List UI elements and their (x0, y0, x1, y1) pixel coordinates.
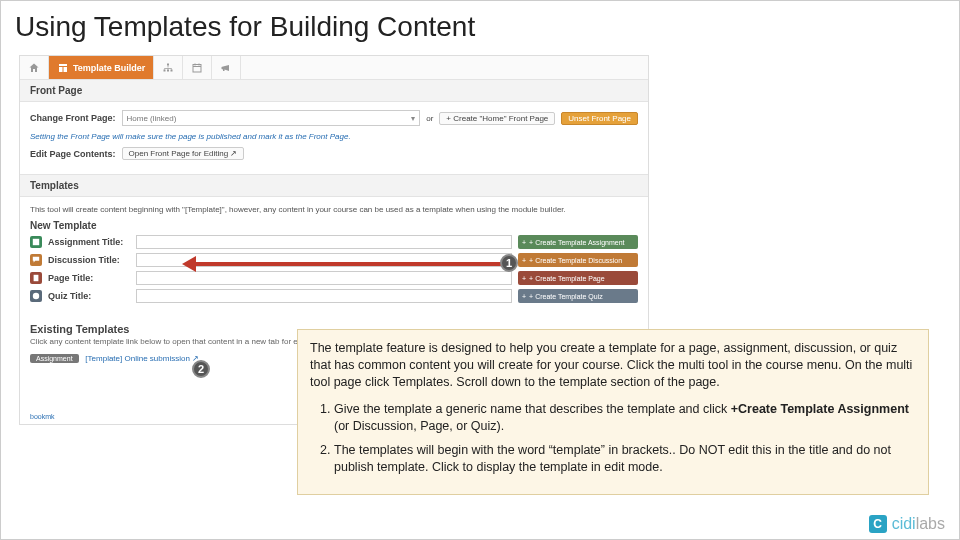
create-template-quiz-button[interactable]: ++ Create Template Quiz (518, 289, 638, 303)
nav-calendar[interactable] (183, 56, 212, 79)
callout-step-1-bold: +Create Template Assignment (731, 402, 909, 416)
create-template-discussion-label: + Create Template Discussion (529, 257, 622, 264)
slide-title: Using Templates for Building Content (1, 1, 959, 49)
nav-sitemap[interactable] (154, 56, 183, 79)
nav-active-label: Template Builder (73, 63, 145, 73)
nav-announce[interactable] (212, 56, 241, 79)
change-front-page-label: Change Front Page: (30, 113, 116, 123)
chevron-down-icon: ▾ (411, 114, 415, 123)
create-template-page-label: + Create Template Page (529, 275, 605, 282)
callout-paragraph: The template feature is designed to help… (310, 340, 916, 391)
home-icon (28, 62, 40, 74)
front-page-note: Setting the Front Page will make sure th… (30, 132, 638, 141)
nav-home[interactable] (20, 56, 49, 79)
page-title-input[interactable] (136, 271, 512, 285)
template-icon (57, 62, 69, 74)
svg-rect-1 (59, 67, 63, 72)
svg-rect-3 (167, 63, 169, 65)
create-template-discussion-button[interactable]: ++ Create Template Discussion (518, 253, 638, 267)
svg-rect-0 (59, 64, 67, 66)
page-title-label: Page Title: (48, 273, 130, 283)
cidilabs-logo: C cidilabs (869, 515, 945, 533)
create-home-button[interactable]: + Create "Home" Front Page (439, 112, 555, 125)
bookmark-link[interactable]: bookmk (30, 413, 55, 420)
template-row-assignment: Assignment Title: ++ Create Template Ass… (30, 235, 638, 249)
svg-rect-2 (64, 67, 68, 72)
assignment-title-input[interactable] (136, 235, 512, 249)
assignment-title-label: Assignment Title: (48, 237, 130, 247)
front-page-panel: Change Front Page: Home (linked) ▾ or + … (20, 102, 648, 175)
discussion-title-label: Discussion Title: (48, 255, 130, 265)
slide: Using Templates for Building Content Tem… (0, 0, 960, 540)
svg-rect-6 (171, 69, 173, 71)
create-template-page-button[interactable]: ++ Create Template Page (518, 271, 638, 285)
templates-panel: This tool will create content beginning … (20, 197, 648, 315)
existing-template-link[interactable]: [Template] Online submission ↗ (85, 354, 199, 363)
megaphone-icon (220, 62, 232, 74)
create-template-quiz-label: + Create Template Quiz (529, 293, 603, 300)
template-row-page: Page Title: ++ Create Template Page (30, 271, 638, 285)
assignment-icon (30, 236, 42, 248)
assignment-pill: Assignment (30, 354, 79, 363)
template-row-discussion: Discussion Title: ++ Create Template Dis… (30, 253, 638, 267)
discussion-title-input[interactable] (136, 253, 512, 267)
templates-header: Templates (20, 175, 648, 197)
discussion-icon (30, 254, 42, 266)
sitemap-icon (162, 62, 174, 74)
or-text: or (426, 114, 433, 123)
svg-rect-4 (164, 69, 166, 71)
front-page-select-value: Home (linked) (127, 114, 177, 123)
calendar-icon (191, 62, 203, 74)
marker-2: 2 (192, 360, 210, 378)
marker-1: 1 (500, 254, 518, 272)
new-template-header: New Template (30, 220, 638, 231)
unset-front-page-button[interactable]: Unset Front Page (561, 112, 638, 125)
instruction-callout: The template feature is designed to help… (297, 329, 929, 495)
logo-suffix: labs (916, 515, 945, 532)
app-nav: Template Builder (20, 56, 648, 80)
svg-rect-9 (34, 275, 39, 281)
create-template-assignment-label: + Create Template Assignment (529, 239, 624, 246)
callout-step-1-post: (or Discussion, Page, or Quiz). (334, 419, 504, 433)
callout-step-1-pre: Give the template a generic name that de… (334, 402, 731, 416)
callout-step-2: The templates will begin with the word “… (334, 442, 916, 476)
quiz-icon (30, 290, 42, 302)
page-icon (30, 272, 42, 284)
svg-rect-7 (193, 64, 201, 72)
quiz-title-input[interactable] (136, 289, 512, 303)
front-page-header: Front Page (20, 80, 648, 102)
svg-rect-8 (33, 239, 39, 245)
templates-desc: This tool will create content beginning … (30, 205, 638, 214)
nav-template-builder[interactable]: Template Builder (49, 56, 154, 79)
open-front-page-button[interactable]: Open Front Page for Editing ↗ (122, 147, 245, 160)
front-page-select[interactable]: Home (linked) ▾ (122, 110, 421, 126)
callout-step-1: Give the template a generic name that de… (334, 401, 916, 435)
template-row-quiz: Quiz Title: ++ Create Template Quiz (30, 289, 638, 303)
svg-point-10 (33, 293, 39, 299)
edit-page-label: Edit Page Contents: (30, 149, 116, 159)
svg-rect-5 (167, 69, 169, 71)
logo-mark: C (869, 515, 887, 533)
quiz-title-label: Quiz Title: (48, 291, 130, 301)
logo-name: cidi (892, 515, 916, 532)
create-template-assignment-button[interactable]: ++ Create Template Assignment (518, 235, 638, 249)
